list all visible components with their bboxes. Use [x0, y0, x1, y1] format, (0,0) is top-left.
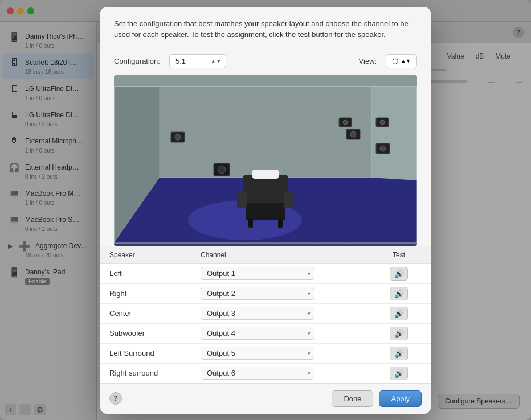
speaker-channel-right: Output 2 ▾: [201, 287, 376, 300]
view-arrow-icon: ▲▼: [401, 58, 411, 64]
speaker-row-sub: Subwoofer Output 4 ▾ 🔊: [100, 324, 431, 344]
svg-point-18: [218, 166, 226, 174]
configuration-select[interactable]: 5.1 2.0 Stereo 7.1: [169, 54, 226, 68]
modal-description: Set the configuration that best matches …: [100, 7, 431, 50]
svg-rect-28: [248, 219, 253, 228]
channel-select-sub[interactable]: Output 4 ▾: [201, 327, 314, 340]
test-cell-left: 🔊: [376, 267, 422, 281]
test-cell-sub: 🔊: [376, 327, 422, 340]
svg-point-14: [350, 131, 356, 137]
channel-select-left[interactable]: Output 1 ▾: [201, 267, 314, 280]
apply-button[interactable]: Apply: [379, 390, 422, 407]
speaker-row-left-surround: Left Surround Output 5 ▾ 🔊: [100, 344, 431, 364]
speaker-row-right-surround: Right surround Output 6 ▾ 🔊: [100, 364, 431, 383]
chair-svg: [234, 166, 297, 229]
speaker-name-right: Right: [109, 289, 201, 298]
test-button-left[interactable]: 🔊: [390, 267, 408, 281]
speaker-name-left: Left: [109, 269, 201, 278]
speaker-test-icon: 🔊: [394, 289, 404, 298]
speaker-channel-sub: Output 4 ▾: [201, 327, 376, 340]
speaker-config-modal: Set the configuration that best matches …: [100, 7, 431, 414]
config-label: Configuration:: [114, 57, 160, 65]
speaker-row-right: Right Output 2 ▾ 🔊: [100, 284, 431, 304]
channel-select-center[interactable]: Output 3 ▾: [201, 307, 314, 320]
speaker-channel-right-surround: Output 6 ▾: [201, 367, 376, 380]
svg-rect-0: [160, 87, 371, 178]
view-button[interactable]: ⬡ ▲▼: [386, 54, 417, 68]
test-button-right-surround[interactable]: 🔊: [390, 367, 408, 380]
footer-buttons: Done Apply: [332, 390, 422, 407]
test-button-left-surround[interactable]: 🔊: [390, 347, 408, 360]
room-visualization: [114, 75, 417, 246]
test-column-header: Test: [376, 251, 422, 259]
modal-footer: ? Done Apply: [100, 383, 431, 414]
done-button[interactable]: Done: [332, 390, 373, 407]
channel-select-right[interactable]: Output 2 ▾: [201, 287, 314, 300]
channel-column-header: Channel: [201, 251, 376, 259]
view-label: View:: [359, 57, 377, 65]
channel-arrow-icon: ▾: [308, 291, 311, 297]
test-button-right[interactable]: 🔊: [390, 287, 408, 300]
svg-point-20: [380, 120, 385, 125]
speaker-channel-left: Output 1 ▾: [201, 267, 376, 280]
speaker-channel-left-surround: Output 5 ▾: [201, 347, 376, 360]
test-cell-center: 🔊: [376, 307, 422, 320]
speaker-name-center: Center: [109, 309, 201, 318]
svg-rect-23: [246, 200, 285, 220]
channel-arrow-icon: ▾: [308, 370, 311, 376]
speaker-test-icon: 🔊: [394, 309, 404, 318]
speaker-name-right-surround: Right surround: [109, 369, 201, 377]
channel-arrow-icon: ▾: [308, 271, 311, 277]
speaker-table: Speaker Channel Test Left Output 1 ▾ 🔊 R…: [100, 246, 431, 383]
speaker-row-center: Center Output 3 ▾ 🔊: [100, 304, 431, 324]
modal-help-button[interactable]: ?: [109, 392, 122, 405]
speaker-name-left-surround: Left Surround: [109, 349, 201, 357]
speaker-name-sub: Subwoofer: [109, 329, 201, 337]
speaker-channel-center: Output 3 ▾: [201, 307, 376, 320]
channel-select-left-surround[interactable]: Output 5 ▾: [201, 347, 314, 360]
svg-point-22: [343, 120, 348, 125]
cube-icon: ⬡: [392, 57, 398, 65]
test-cell-right: 🔊: [376, 287, 422, 300]
speaker-test-icon: 🔊: [394, 349, 404, 358]
channel-arrow-icon: ▾: [308, 331, 311, 336]
modal-overlay: Set the configuration that best matches …: [0, 0, 531, 420]
speaker-column-header: Speaker: [109, 251, 201, 259]
svg-point-12: [175, 134, 181, 140]
configuration-select-wrapper[interactable]: 5.1 2.0 Stereo 7.1 ▲▼: [169, 54, 226, 68]
channel-select-right-surround[interactable]: Output 6 ▾: [201, 367, 314, 380]
test-cell-right-surround: 🔊: [376, 367, 422, 380]
svg-point-16: [380, 146, 386, 151]
speaker-test-icon: 🔊: [394, 329, 404, 338]
svg-rect-29: [278, 219, 283, 228]
speaker-row-left: Left Output 1 ▾ 🔊: [100, 264, 431, 284]
test-button-sub[interactable]: 🔊: [390, 327, 408, 340]
modal-config-row: Configuration: 5.1 2.0 Stereo 7.1 ▲▼ Vie…: [100, 50, 431, 75]
test-button-center[interactable]: 🔊: [390, 307, 408, 320]
speaker-test-icon: 🔊: [394, 369, 404, 378]
table-header: Speaker Channel Test: [100, 246, 431, 264]
channel-arrow-icon: ▾: [308, 351, 311, 356]
test-cell-left-surround: 🔊: [376, 347, 422, 360]
svg-rect-26: [237, 192, 247, 208]
channel-arrow-icon: ▾: [308, 311, 311, 316]
svg-rect-24: [243, 175, 288, 203]
svg-rect-27: [284, 192, 294, 208]
svg-rect-25: [252, 170, 279, 179]
room-3d: [114, 75, 417, 246]
speaker-test-icon: 🔊: [394, 269, 404, 278]
